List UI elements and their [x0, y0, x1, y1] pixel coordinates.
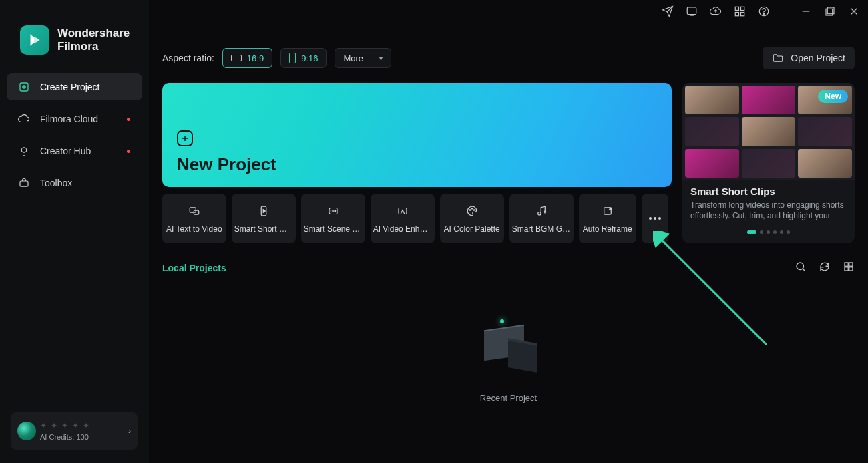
promo-new-badge: New	[818, 90, 848, 103]
tool-ai-video-enhance[interactable]: AI Video Enhan...	[371, 194, 435, 243]
svg-point-19	[469, 210, 471, 211]
open-project-label: Open Project	[791, 53, 845, 63]
tool-auto-reframe[interactable]: Auto Reframe	[579, 194, 636, 243]
sidebar-item-label: Creator Hub	[40, 146, 91, 156]
sidebar-item-creator-hub[interactable]: Creator Hub	[7, 138, 142, 164]
promo-card[interactable]: New Smart Short Clips Transform long vid…	[682, 83, 855, 243]
short-clips-icon	[258, 203, 270, 219]
credits-label: AI Credits: 100	[40, 433, 124, 441]
tool-label: Auto Reframe	[583, 224, 632, 234]
music-ai-icon	[535, 203, 548, 219]
credits-mini-icons: ✦✦✦✦✦	[40, 421, 124, 430]
svg-rect-26	[845, 263, 848, 266]
tool-more-button[interactable]	[642, 194, 668, 243]
svg-rect-12	[190, 208, 196, 213]
tool-label: AI Text to Video	[166, 224, 222, 234]
empty-box-icon	[479, 321, 539, 381]
tool-smart-short-clips[interactable]: Smart Short Cli...	[232, 194, 296, 243]
tool-label: Smart Short Cli...	[234, 224, 293, 234]
plus-square-icon	[17, 81, 31, 93]
refresh-icon[interactable]	[819, 261, 831, 275]
svg-rect-29	[849, 267, 853, 271]
reframe-icon	[602, 203, 614, 219]
brand-text: Wondershare Filmora	[57, 27, 130, 53]
hero-title: New Project	[177, 154, 657, 175]
chevron-right-icon: ›	[128, 426, 131, 436]
tool-ai-color-palette[interactable]: AI Color Palette	[440, 194, 504, 243]
portrait-rect-icon	[289, 53, 296, 63]
scene-cut-icon	[327, 203, 339, 219]
svg-point-17	[333, 210, 335, 212]
svg-rect-11	[20, 181, 28, 186]
projects-header-icons	[795, 261, 855, 275]
sidebar-item-label: Toolbox	[40, 178, 72, 188]
tools-row: AI Text to Video Smart Short Cli... Smar…	[162, 194, 668, 243]
svg-point-20	[471, 208, 473, 210]
bulb-icon	[17, 145, 31, 157]
new-project-hero[interactable]: New Project	[162, 83, 672, 187]
promo-title: Smart Short Clips	[690, 186, 847, 197]
nav-list: Create Project Filmora Cloud Creator Hub…	[5, 73, 144, 196]
aspect-more-button[interactable]: More ▾	[335, 48, 391, 68]
main: Aspect ratio: 16:9 9:16 More ▾ Open Proj…	[149, 0, 868, 463]
brand: Wondershare Filmora	[5, 0, 144, 73]
grid-view-icon[interactable]	[843, 261, 855, 275]
notification-dot-icon	[127, 118, 130, 121]
empty-state: Recent Project	[162, 321, 855, 403]
svg-rect-27	[849, 263, 853, 266]
enhance-icon	[397, 203, 409, 219]
aspect-ratio-label: Aspect ratio:	[162, 53, 214, 63]
plus-square-icon	[177, 130, 193, 146]
open-project-button[interactable]: Open Project	[763, 47, 855, 69]
sidebar-item-label: Create Project	[40, 82, 99, 92]
svg-point-10	[21, 148, 27, 153]
palette-icon	[466, 203, 478, 219]
svg-point-16	[331, 210, 333, 212]
svg-point-21	[473, 210, 475, 211]
tool-label: Smart Scene Cut	[304, 224, 363, 234]
promo-pagination-dots[interactable]	[682, 230, 855, 234]
sidebar: Wondershare Filmora Create Project Filmo…	[0, 0, 149, 463]
tool-smart-bgm-gen[interactable]: Smart BGM Ge...	[509, 194, 574, 243]
tool-label: AI Video Enhan...	[373, 224, 432, 234]
aspect-9-16-button[interactable]: 9:16	[280, 48, 327, 68]
tool-smart-scene-cut[interactable]: Smart Scene Cut	[301, 194, 365, 243]
credits-card[interactable]: ✦✦✦✦✦ AI Credits: 100 ›	[11, 412, 138, 450]
sidebar-item-create-project[interactable]: Create Project	[7, 73, 142, 100]
brand-line1: Wondershare	[57, 27, 130, 40]
more-dots-icon	[649, 217, 661, 220]
aspect-value: 9:16	[301, 53, 318, 63]
globe-avatar-icon	[17, 422, 36, 440]
sidebar-item-filmora-cloud[interactable]: Filmora Cloud	[7, 106, 142, 132]
svg-point-22	[537, 212, 541, 216]
svg-point-25	[797, 263, 804, 270]
credits-col: ✦✦✦✦✦ AI Credits: 100	[40, 421, 124, 441]
brand-logo-icon	[20, 25, 49, 55]
local-projects-tab[interactable]: Local Projects	[162, 263, 226, 273]
empty-label: Recent Project	[480, 393, 537, 403]
mid-row: New Project AI Text to Video Smart Short…	[162, 83, 855, 243]
folder-icon	[772, 52, 784, 64]
svg-rect-28	[845, 267, 848, 271]
projects-header: Local Projects	[162, 261, 855, 275]
svg-rect-18	[399, 208, 407, 214]
notification-dot-icon	[127, 150, 130, 153]
sidebar-item-toolbox[interactable]: Toolbox	[7, 170, 142, 196]
top-row: Aspect ratio: 16:9 9:16 More ▾ Open Proj…	[162, 45, 855, 71]
chevron-down-icon: ▾	[379, 55, 383, 62]
promo-body: Smart Short Clips Transform long videos …	[682, 180, 855, 225]
cloud-icon	[17, 113, 31, 125]
more-label: More	[343, 53, 363, 63]
text-to-video-icon	[188, 203, 200, 219]
tool-label: Smart BGM Ge...	[512, 224, 571, 234]
aspect-16-9-button[interactable]: 16:9	[222, 48, 272, 68]
promo-desc: Transform long videos into engaging shor…	[690, 200, 847, 222]
brand-line2: Filmora	[57, 40, 130, 53]
tool-label: AI Color Palette	[444, 224, 500, 234]
aspect-value: 16:9	[247, 53, 264, 63]
landscape-rect-icon	[231, 55, 242, 61]
search-icon[interactable]	[795, 261, 807, 275]
tool-ai-text-to-video[interactable]: AI Text to Video	[162, 194, 226, 243]
toolbox-icon	[17, 177, 31, 189]
sidebar-item-label: Filmora Cloud	[40, 114, 98, 124]
